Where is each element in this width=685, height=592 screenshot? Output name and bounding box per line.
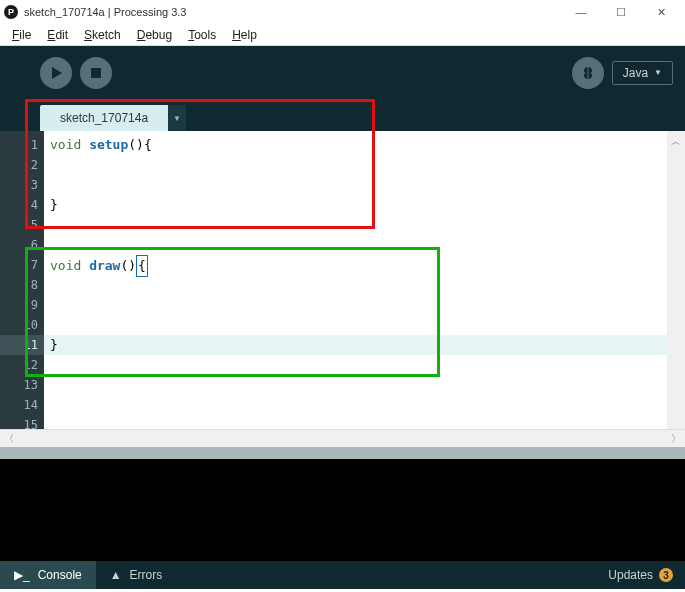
menu-tools[interactable]: Tools	[180, 26, 224, 44]
run-button[interactable]	[40, 57, 72, 89]
maximize-button[interactable]: ☐	[601, 0, 641, 24]
console-label: Console	[38, 568, 82, 582]
updates-label: Updates	[608, 568, 653, 582]
line-number: 13	[0, 375, 44, 395]
line-number: 6	[0, 235, 44, 255]
code-line[interactable]	[44, 395, 667, 415]
close-button[interactable]: ✕	[641, 0, 681, 24]
line-number: 3	[0, 175, 44, 195]
code-line[interactable]: void draw(){	[44, 255, 667, 275]
scroll-up-icon: ︿	[671, 135, 681, 429]
menu-debug[interactable]: Debug	[129, 26, 180, 44]
line-number: 2	[0, 155, 44, 175]
code-line[interactable]	[44, 275, 667, 295]
line-number: 5	[0, 215, 44, 235]
tab-menu-button[interactable]: ▼	[168, 105, 186, 131]
code-line[interactable]	[44, 155, 667, 175]
updates-button[interactable]: Updates 3	[596, 561, 685, 589]
tab-bar: sketch_170714a ▼	[0, 99, 685, 131]
footer-bar: ▶_ Console ▲ Errors Updates 3	[0, 561, 685, 589]
line-number: 14	[0, 395, 44, 415]
toolbar: Java ▼	[0, 46, 685, 99]
window-title: sketch_170714a | Processing 3.3	[24, 6, 186, 18]
title-bar: P sketch_170714a | Processing 3.3 — ☐ ✕	[0, 0, 685, 24]
code-line[interactable]	[44, 315, 667, 335]
butterfly-icon	[579, 64, 597, 82]
errors-tab[interactable]: ▲ Errors	[96, 561, 177, 589]
mode-label: Java	[623, 66, 648, 80]
line-number: 15	[0, 415, 44, 435]
scroll-right-icon: 〉	[671, 432, 681, 446]
splitter[interactable]	[0, 447, 685, 459]
chevron-down-icon: ▼	[654, 68, 662, 77]
line-number: 9	[0, 295, 44, 315]
menu-bar: File Edit Sketch Debug Tools Help	[0, 24, 685, 46]
code-line[interactable]	[44, 415, 667, 435]
menu-sketch[interactable]: Sketch	[76, 26, 129, 44]
app-icon: P	[4, 5, 18, 19]
updates-badge: 3	[659, 568, 673, 582]
mode-selector[interactable]: Java ▼	[612, 61, 673, 85]
debug-button[interactable]	[572, 57, 604, 89]
minimize-button[interactable]: —	[561, 0, 601, 24]
menu-file[interactable]: File	[4, 26, 39, 44]
code-line[interactable]	[44, 295, 667, 315]
line-number: 12	[0, 355, 44, 375]
console-output	[0, 459, 685, 561]
line-number: 10	[0, 315, 44, 335]
sketch-tab[interactable]: sketch_170714a	[40, 105, 168, 131]
code-line[interactable]	[44, 375, 667, 395]
line-number: 4	[0, 195, 44, 215]
code-line[interactable]	[44, 215, 667, 235]
line-number: 1	[0, 135, 44, 155]
code-line[interactable]	[44, 235, 667, 255]
vertical-scrollbar[interactable]: ︿	[667, 131, 685, 429]
line-number: 8	[0, 275, 44, 295]
line-gutter: 123456789101112131415	[0, 131, 44, 429]
console-icon: ▶_	[14, 568, 30, 582]
menu-help[interactable]: Help	[224, 26, 265, 44]
play-icon	[52, 67, 62, 79]
line-number: 11	[0, 335, 44, 355]
code-line[interactable]: void setup(){	[44, 135, 667, 155]
editor: 123456789101112131415 void setup(){}void…	[0, 131, 685, 429]
errors-label: Errors	[130, 568, 163, 582]
code-line[interactable]: }	[44, 335, 667, 355]
menu-edit[interactable]: Edit	[39, 26, 76, 44]
line-number: 7	[0, 255, 44, 275]
code-line[interactable]	[44, 355, 667, 375]
code-line[interactable]: }	[44, 195, 667, 215]
code-line[interactable]	[44, 175, 667, 195]
warning-icon: ▲	[110, 568, 122, 582]
stop-button[interactable]	[80, 57, 112, 89]
console-tab[interactable]: ▶_ Console	[0, 561, 96, 589]
stop-icon	[91, 68, 101, 78]
code-area[interactable]: void setup(){}void draw(){}	[44, 131, 667, 429]
